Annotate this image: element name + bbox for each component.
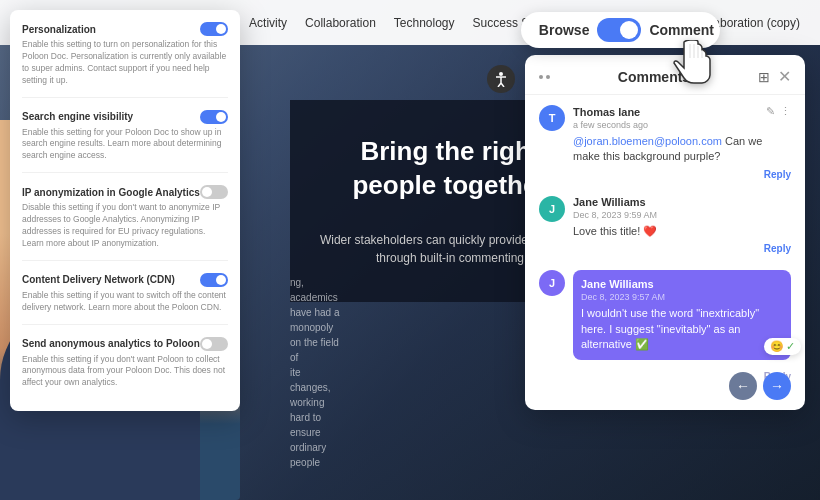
comment-thread-1: T Thomas lane ✎ ⋮ a few seconds ago @jor… [539, 105, 791, 180]
comment-label: Comment [649, 22, 714, 38]
comment-content-jane1: Jane Williams Dec 8, 2023 9:59 AM Love t… [573, 196, 791, 254]
nav-item-technology[interactable]: Technology [394, 16, 455, 30]
comment-thread-2: J Jane Williams Dec 8, 2023 9:59 AM Love… [539, 196, 791, 254]
nav-item-collaboration[interactable]: Collaboration [305, 16, 376, 30]
emoji-icon: 😊 [770, 340, 784, 353]
comment-time-thomas: a few seconds ago [573, 120, 791, 130]
ip-anon-toggle[interactable] [200, 185, 228, 199]
nav-arrows: ← → [729, 372, 791, 400]
settings-analytics: Send anonymous analytics to Poloon Enabl… [22, 337, 228, 400]
settings-search-desc: Enable this setting for your Poloon Doc … [22, 127, 228, 163]
comments-dots-icon [539, 75, 550, 79]
bottom-text-line2: ite changes, working hard to ensure ordi… [290, 365, 340, 470]
settings-search-label: Search engine visibility [22, 111, 133, 122]
comments-actions: ⊞ ✕ [758, 67, 791, 86]
settings-ip-label: IP anonymization in Google Analytics [22, 187, 200, 198]
comment-text-thomas: @joran.bloemen@poloon.com Can we make th… [573, 134, 791, 165]
settings-ip-anon: IP anonymization in Google Analytics Dis… [22, 185, 228, 261]
comment-text-jane1: Love this title! ❤️ [573, 224, 791, 239]
comment-author-thomas: Thomas lane [573, 106, 640, 118]
comment-time-jane2: Dec 8, 2023 9:57 AM [581, 292, 783, 302]
nav-arrow-right[interactable]: → [763, 372, 791, 400]
settings-personalization-label: Personalization [22, 24, 96, 35]
comment-content-thomas: Thomas lane ✎ ⋮ a few seconds ago @joran… [573, 105, 791, 180]
avatar-thomas: T [539, 105, 565, 131]
comment-icons-thomas: ✎ ⋮ [766, 105, 791, 118]
comments-header: Comments ⊞ ✕ [525, 55, 805, 95]
comments-body: T Thomas lane ✎ ⋮ a few seconds ago @jor… [525, 95, 805, 410]
emoji-reaction: 😊 ✓ [764, 338, 801, 355]
accessibility-icon[interactable] [487, 65, 515, 93]
personalization-toggle[interactable] [200, 22, 228, 36]
nav-item-activity[interactable]: Activity [249, 16, 287, 30]
nav-arrow-left[interactable]: ← [729, 372, 757, 400]
comment-meta-thomas: Thomas lane ✎ ⋮ [573, 105, 791, 118]
comment-time-jane1: Dec 8, 2023 9:59 AM [573, 210, 791, 220]
comment-thread-3: J Jane Williams Dec 8, 2023 9:57 AM I wo… [539, 270, 791, 384]
comment-author-jane1: Jane Williams [573, 196, 646, 208]
comment-item-thomas: T Thomas lane ✎ ⋮ a few seconds ago @jor… [539, 105, 791, 180]
close-icon[interactable]: ✕ [778, 67, 791, 86]
browse-comment-switch[interactable] [597, 18, 641, 42]
settings-analytics-desc: Enable this setting if you don't want Po… [22, 354, 228, 390]
bottom-text-line1: ng, academics have had a monopoly on the… [290, 275, 340, 365]
settings-cdn-label: Content Delivery Network (CDN) [22, 274, 175, 285]
settings-analytics-label: Send anonymous analytics to Poloon [22, 338, 200, 349]
settings-panel: Personalization Enable this setting to t… [10, 10, 240, 411]
search-engine-toggle[interactable] [200, 110, 228, 124]
comment-content-jane2: Jane Williams Dec 8, 2023 9:57 AM I woul… [573, 270, 791, 360]
browse-label: Browse [539, 22, 590, 38]
bottom-text: ng, academics have had a monopoly on the… [290, 275, 340, 470]
comment-meta-jane1: Jane Williams [573, 196, 791, 208]
settings-personalization-desc: Enable this setting to turn on personali… [22, 39, 228, 87]
cursor-icon [672, 40, 712, 92]
comment-author-jane2: Jane Williams [581, 278, 654, 290]
more-icon-thomas[interactable]: ⋮ [780, 105, 791, 118]
comments-panel: Comments ⊞ ✕ T Thomas lane ✎ ⋮ [525, 55, 805, 410]
comment-text-jane2: I wouldn't use the word "inextricably" h… [581, 306, 783, 352]
settings-cdn: Content Delivery Network (CDN) Enable th… [22, 273, 228, 325]
edit-icon-thomas[interactable]: ✎ [766, 105, 775, 118]
comment-item-jane1: J Jane Williams Dec 8, 2023 9:59 AM Love… [539, 196, 791, 254]
cdn-toggle[interactable] [200, 273, 228, 287]
settings-personalization: Personalization Enable this setting to t… [22, 22, 228, 98]
settings-ip-desc: Disable this setting if you don't want t… [22, 202, 228, 250]
reply-btn-thomas[interactable]: Reply [573, 169, 791, 180]
avatar-jane2: J [539, 270, 565, 296]
reply-btn-jane1[interactable]: Reply [573, 243, 791, 254]
checkmark-icon: ✓ [786, 340, 795, 353]
comment-item-jane2: J Jane Williams Dec 8, 2023 9:57 AM I wo… [539, 270, 791, 360]
svg-point-4 [499, 72, 503, 76]
settings-cdn-desc: Enable this setting if you want to switc… [22, 290, 228, 314]
analytics-toggle[interactable] [200, 337, 228, 351]
settings-search-engine: Search engine visibility Enable this set… [22, 110, 228, 174]
comment-meta-jane2: Jane Williams [581, 278, 783, 290]
avatar-jane1: J [539, 196, 565, 222]
filter-icon[interactable]: ⊞ [758, 69, 770, 85]
